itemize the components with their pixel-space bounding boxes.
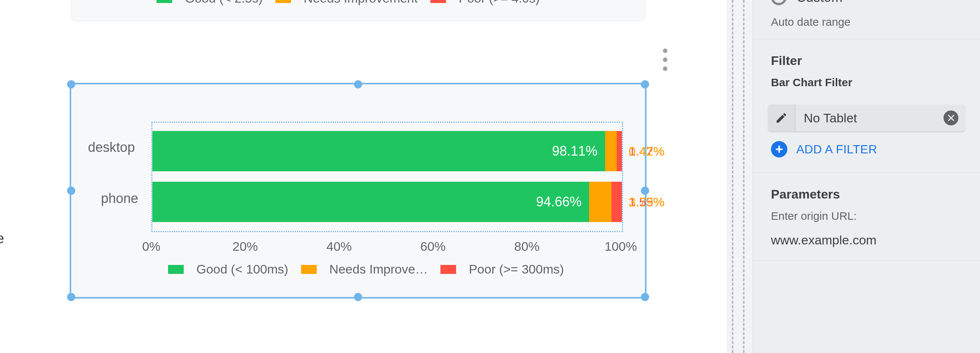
resize-handle-ml[interactable] xyxy=(67,187,75,195)
filter-section-title: Filter xyxy=(753,39,980,74)
bar-phone-ni xyxy=(589,182,611,222)
value-phone-good: 94.66% xyxy=(536,194,582,210)
resize-handle-tr[interactable] xyxy=(641,80,649,88)
xtick-60: 60% xyxy=(420,239,445,254)
bar-desktop-ni xyxy=(605,131,617,171)
plot-area: 98.11% 1.47% 0.42% 94.66% 1.55% 3.79% xyxy=(151,121,623,232)
category-label-phone: phone xyxy=(101,191,138,206)
value-desktop-good: 98.11% xyxy=(552,143,598,159)
bar-desktop-poor xyxy=(617,131,622,171)
more-options-button[interactable] xyxy=(656,48,675,71)
plus-icon: + xyxy=(771,141,788,158)
parameters-section-title: Parameters xyxy=(753,173,980,208)
properties-panel: Custom Auto date range Filter Bar Chart … xyxy=(753,0,980,353)
filter-subtitle: Bar Chart Filter xyxy=(753,74,980,99)
radio-unchecked-icon xyxy=(771,0,787,5)
legend-swatch-good xyxy=(156,0,172,3)
pencil-icon[interactable] xyxy=(768,104,795,131)
resize-handle-br[interactable] xyxy=(641,293,649,301)
legend2-swatch-poor xyxy=(441,265,456,274)
resize-handle-bl[interactable] xyxy=(67,293,75,301)
xtick-0: 0% xyxy=(142,239,160,254)
xtick-80: 80% xyxy=(514,239,539,254)
resize-handle-tl[interactable] xyxy=(67,80,75,88)
custom-label: Custom xyxy=(796,0,843,5)
resize-handle-mr[interactable] xyxy=(641,187,649,195)
category-label-desktop: desktop xyxy=(88,139,135,155)
report-canvas: Good (< 2.5s) Needs Improvement Poor (>=… xyxy=(0,0,980,353)
bar-desktop-good: 98.11% xyxy=(153,131,605,171)
canvas-ruler xyxy=(727,0,753,353)
legend-upper: Good (< 2.5s) Needs Improvement Poor (>=… xyxy=(156,0,539,6)
bar-row-phone: 94.66% 1.55% 3.79% xyxy=(153,182,622,222)
legend-label-poor: Poor (>= 4.0s) xyxy=(459,0,539,6)
date-range-custom-option[interactable]: Custom xyxy=(753,0,980,5)
legend2-swatch-ni xyxy=(301,265,317,274)
truncated-left-text: e xyxy=(0,231,4,247)
origin-url-value[interactable]: www.example.com xyxy=(753,233,980,260)
value-phone-overlay: 3.79% xyxy=(628,195,664,209)
bar-phone-poor xyxy=(611,182,622,222)
legend-swatch-poor xyxy=(430,0,446,3)
legend-label-good: Good (< 2.5s) xyxy=(185,0,263,6)
parameters-subtitle: Enter origin URL: xyxy=(753,208,980,233)
legend2-label-poor: Poor (>= 300ms) xyxy=(469,262,564,276)
resize-handle-bm[interactable] xyxy=(354,293,362,301)
filter-chip-text: No Tablet xyxy=(795,111,943,125)
resize-handle-tm[interactable] xyxy=(354,80,362,88)
value-desktop-overlay: 0.42% xyxy=(628,144,664,158)
legend2-swatch-good xyxy=(168,265,184,274)
bar-row-desktop: 98.11% 1.47% 0.42% xyxy=(153,131,622,171)
legend-lower: Good (< 100ms) Needs Improve… Poor (>= 3… xyxy=(168,262,564,276)
xtick-100: 100% xyxy=(605,239,637,254)
xtick-40: 40% xyxy=(326,239,352,254)
auto-date-range-field[interactable]: Auto date range xyxy=(753,5,980,39)
add-filter-button[interactable]: + ADD A FILTER xyxy=(753,131,980,173)
remove-filter-icon[interactable]: ✕ xyxy=(943,110,958,125)
add-filter-label: ADD A FILTER xyxy=(796,142,877,157)
xtick-20: 20% xyxy=(232,239,258,254)
filter-chip-no-tablet[interactable]: No Tablet ✕ xyxy=(768,104,965,131)
bar-phone-good: 94.66% xyxy=(153,182,589,222)
legend2-label-ni: Needs Improve… xyxy=(329,262,428,276)
legend-label-ni: Needs Improvement xyxy=(304,0,418,6)
bar-chart-card[interactable]: desktop phone 98.11% 1.47% 0.42% 94.66% xyxy=(71,84,645,297)
legend2-label-good: Good (< 100ms) xyxy=(196,262,288,276)
legend-swatch-ni xyxy=(275,0,291,3)
